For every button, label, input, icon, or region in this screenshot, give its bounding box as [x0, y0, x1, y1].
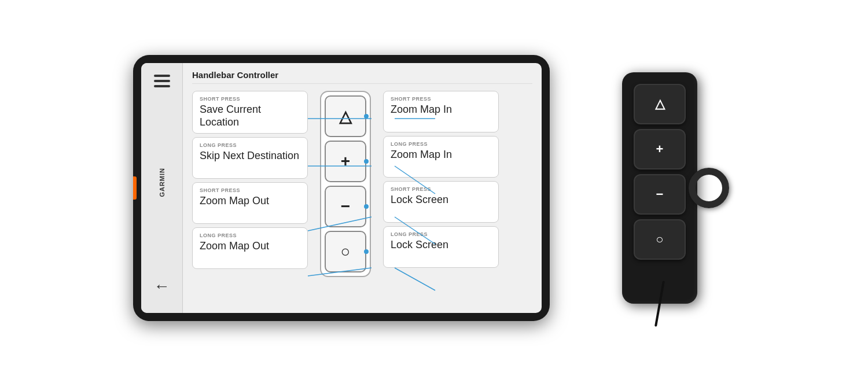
hb-button-up[interactable]: △: [634, 84, 686, 124]
button-group: △ + − ○: [320, 91, 371, 277]
hb-body: △ + − ○: [622, 72, 697, 304]
press-label: LONG PRESS: [200, 233, 300, 238]
cable: [654, 281, 665, 326]
svg-line-7: [395, 268, 435, 290]
plus-symbol: +: [341, 152, 350, 171]
action-text: Zoom Map Out: [200, 240, 300, 253]
left-card-0: SHORT PRESS Save Current Location: [192, 91, 308, 134]
minus-symbol: −: [341, 197, 350, 216]
hb-button-minus[interactable]: −: [634, 174, 686, 215]
press-label: SHORT PRESS: [200, 96, 300, 102]
press-label: SHORT PRESS: [391, 186, 491, 192]
press-label: SHORT PRESS: [391, 96, 491, 102]
hb-button-plus[interactable]: +: [634, 129, 686, 169]
up-symbol: △: [339, 107, 352, 126]
action-text: Lock Screen: [391, 239, 491, 252]
circle-symbol: ○: [341, 242, 351, 261]
action-text: Save Current Location: [200, 104, 300, 128]
action-text: Zoom Map Out: [200, 195, 300, 208]
screen: GARMIN ← Handlebar Controller: [141, 63, 542, 313]
connector-dot: [364, 249, 369, 254]
press-label: LONG PRESS: [391, 231, 491, 237]
right-cards: SHORT PRESS Zoom Map In LONG PRESS Zoom …: [383, 91, 499, 268]
handlebar-device: △ + − ○: [584, 55, 735, 321]
press-label: LONG PRESS: [391, 141, 491, 147]
action-text: Lock Screen: [391, 194, 491, 207]
right-card-0: SHORT PRESS Zoom Map In: [383, 91, 499, 132]
center-panel: △ + − ○: [314, 91, 377, 277]
hw-button-plus[interactable]: +: [325, 141, 366, 182]
left-card-3: LONG PRESS Zoom Map Out: [192, 227, 308, 269]
hb-button-circle[interactable]: ○: [634, 219, 686, 260]
hw-button-minus[interactable]: −: [325, 186, 366, 227]
right-card-2: SHORT PRESS Lock Screen: [383, 181, 499, 223]
main-content: Handlebar Controller: [183, 63, 542, 313]
hw-button-up[interactable]: △: [325, 95, 366, 137]
left-card-2: SHORT PRESS Zoom Map Out: [192, 182, 308, 224]
hamburger-icon[interactable]: [154, 75, 170, 87]
connector-dot: [364, 159, 369, 164]
controller-layout: SHORT PRESS Save Current Location LONG P…: [192, 91, 532, 277]
right-card-3: LONG PRESS Lock Screen: [383, 226, 499, 268]
back-button[interactable]: ←: [154, 277, 170, 296]
sidebar: GARMIN ←: [141, 63, 183, 313]
screen-title: Handlebar Controller: [192, 70, 532, 84]
press-label: SHORT PRESS: [200, 187, 300, 193]
right-card-1: LONG PRESS Zoom Map In: [383, 136, 499, 178]
scene: GARMIN ← Handlebar Controller: [122, 43, 746, 333]
garmin-logo: GARMIN: [159, 168, 165, 197]
connector-dot: [364, 204, 369, 209]
action-text: Skip Next Destination: [200, 150, 300, 163]
gps-device: GARMIN ← Handlebar Controller: [133, 55, 550, 321]
left-card-1: LONG PRESS Skip Next Destination: [192, 137, 308, 179]
action-text: Zoom Map In: [391, 149, 491, 161]
left-cards: SHORT PRESS Save Current Location LONG P…: [192, 91, 308, 269]
hw-button-circle[interactable]: ○: [325, 231, 366, 272]
press-label: LONG PRESS: [200, 142, 300, 148]
mount-ring: [689, 168, 729, 208]
action-text: Zoom Map In: [391, 104, 491, 116]
connector-dot: [364, 114, 369, 119]
